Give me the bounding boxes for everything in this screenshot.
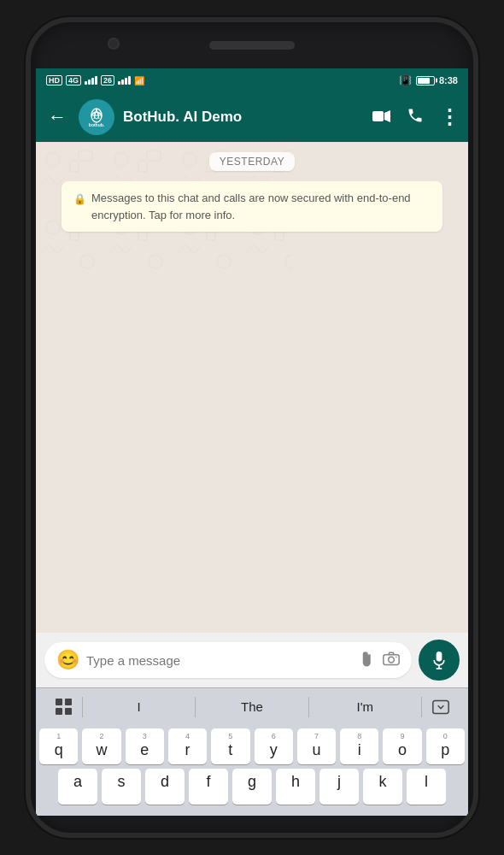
key-d[interactable]: d [145, 769, 185, 805]
attach-button[interactable] [356, 648, 381, 673]
key-letter-t: t [228, 742, 232, 758]
key-num-1: 1 [56, 732, 61, 740]
screen: HD 4G 26 📶 📳 [36, 68, 468, 816]
front-camera [108, 38, 120, 50]
grid-dot [65, 708, 72, 715]
key-h[interactable]: h [276, 769, 315, 805]
key-s[interactable]: s [102, 769, 141, 805]
key-letter-f: f [206, 774, 210, 789]
bar4 [95, 76, 97, 85]
battery-icon [416, 76, 435, 86]
message-input[interactable] [86, 653, 354, 668]
key-l[interactable]: l [407, 769, 446, 805]
grid-icon [56, 699, 72, 715]
key-letter-d: d [161, 774, 169, 789]
key-letter-i: i [358, 742, 361, 758]
key-letter-l: l [425, 774, 428, 789]
key-num-6: 6 [272, 732, 276, 740]
key-y[interactable]: 6 y [255, 728, 293, 764]
hd-indicator: HD [46, 75, 62, 86]
svg-marker-6 [384, 110, 390, 122]
key-k[interactable]: k [363, 769, 402, 805]
voice-call-button[interactable] [407, 107, 424, 128]
key-letter-g: g [248, 774, 256, 789]
key-letter-k: k [379, 774, 387, 789]
key-a[interactable]: a [58, 769, 97, 805]
suggestion-i[interactable]: I [83, 693, 195, 721]
encryption-notice[interactable]: 🔒 Messages to this chat and calls are no… [62, 181, 442, 232]
key-letter-a: a [73, 774, 82, 789]
speaker [209, 41, 295, 50]
key-letter-q: q [55, 742, 63, 758]
bar1b [118, 81, 120, 85]
bar2 [88, 80, 91, 85]
key-g[interactable]: g [232, 769, 272, 805]
key-num-9: 9 [401, 732, 405, 740]
collapse-icon [432, 699, 449, 715]
svg-rect-17 [433, 700, 448, 713]
back-button[interactable]: ← [44, 103, 70, 132]
emoji-button[interactable]: 😊 [56, 649, 79, 671]
svg-rect-5 [372, 111, 384, 121]
suggestion-the[interactable]: The [196, 693, 308, 721]
svg-rect-14 [437, 652, 442, 662]
signal-bars-2 [118, 76, 131, 85]
key-q[interactable]: 1 q [39, 728, 78, 764]
status-left: HD 4G 26 📶 [46, 75, 144, 86]
key-num-2: 2 [99, 732, 103, 740]
key-letter-w: w [96, 742, 107, 758]
key-num-4: 4 [185, 732, 190, 740]
more-options-button[interactable]: ⋮ [439, 105, 460, 129]
svg-point-12 [389, 657, 395, 663]
chat-content: YESTERDAY 🔒 Messages to this chat and ca… [36, 142, 468, 245]
wifi-icon: 📶 [134, 76, 144, 86]
key-num-3: 3 [143, 732, 147, 740]
status-time: 8:38 [439, 75, 458, 86]
keyboard-grid-button[interactable] [44, 699, 82, 715]
key-u[interactable]: 7 u [297, 728, 336, 764]
vibrate-icon: 📳 [399, 74, 412, 86]
avatar-logo: bothub. [83, 103, 110, 131]
key-letter-j: j [337, 774, 341, 789]
key-num-7: 7 [314, 732, 319, 740]
key-r[interactable]: 4 r [168, 728, 207, 764]
key-t[interactable]: 5 t [211, 728, 249, 764]
keyboard-area: 1 q 2 w 3 e 4 r 5 t [36, 725, 468, 816]
bar1 [85, 81, 87, 85]
key-num-5: 5 [228, 732, 232, 740]
input-bar: 😊 [36, 633, 468, 687]
sim2-indicator: 26 [101, 75, 114, 86]
date-badge: YESTERDAY [209, 152, 295, 171]
svg-text:bothub.: bothub. [89, 122, 105, 127]
key-e[interactable]: 3 e [126, 728, 164, 764]
phone-frame: HD 4G 26 📶 📳 [26, 17, 478, 838]
keyboard-collapse-button[interactable] [422, 699, 460, 715]
key-j[interactable]: j [319, 769, 359, 805]
svg-point-13 [396, 656, 397, 657]
keyboard-suggestions: I The I'm [36, 687, 468, 725]
mic-button[interactable] [419, 640, 460, 681]
video-call-button[interactable] [372, 108, 391, 127]
lock-icon: 🔒 [73, 192, 86, 207]
status-bar: HD 4G 26 📶 📳 [36, 68, 468, 92]
contact-avatar[interactable]: bothub. [79, 99, 114, 135]
phone-top-bar [31, 22, 473, 68]
chat-header: ← bothub. BotHub. AI Demo [36, 92, 468, 142]
contact-info[interactable]: BotHub. AI Demo [123, 109, 364, 126]
bar2b [121, 80, 124, 85]
suggestion-im[interactable]: I'm [309, 693, 421, 721]
key-w[interactable]: 2 w [82, 728, 120, 764]
key-row-numbers: 1 q 2 w 3 e 4 r 5 t [39, 728, 465, 764]
signal-bars-1 [85, 76, 97, 85]
mic-icon [431, 650, 448, 670]
bar3b [125, 78, 127, 85]
key-i[interactable]: 8 i [340, 728, 378, 764]
key-f[interactable]: f [189, 769, 228, 805]
encryption-text: Messages to this chat and calls are now … [91, 190, 431, 223]
key-letter-r: r [185, 742, 190, 758]
key-letter-y: y [270, 742, 278, 758]
key-row-asdf: a s d f g h j [39, 769, 465, 805]
key-p[interactable]: 0 p [426, 728, 465, 764]
camera-button[interactable] [383, 651, 400, 670]
key-o[interactable]: 9 o [383, 728, 421, 764]
